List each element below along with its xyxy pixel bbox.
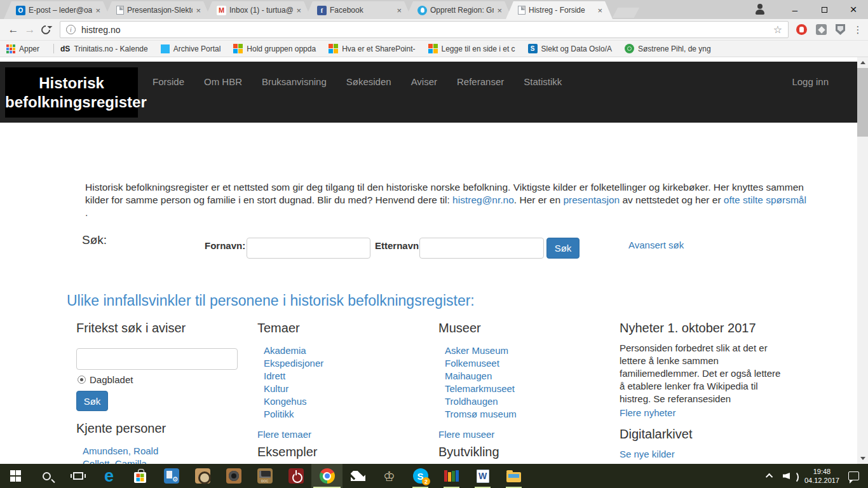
tab-facebook[interactable]: f Facebook × bbox=[305, 1, 412, 19]
bookmark-legge-til[interactable]: Legge til en side i et c bbox=[428, 44, 515, 53]
museum-link[interactable]: Telemarkmuseet bbox=[445, 383, 515, 394]
close-icon[interactable]: × bbox=[497, 6, 502, 15]
nav-link[interactable]: Forside bbox=[153, 76, 184, 87]
start-button[interactable] bbox=[0, 464, 31, 488]
back-button[interactable]: ← bbox=[5, 24, 22, 36]
nav-link[interactable]: Statistikk bbox=[524, 76, 562, 87]
page-info-icon[interactable]: i bbox=[66, 25, 76, 34]
power-app-button[interactable] bbox=[280, 464, 311, 488]
bookmark-sostrene-pihl[interactable]: Søstrene Pihl, de yng bbox=[625, 44, 711, 53]
volume-icon[interactable] bbox=[783, 471, 797, 481]
action-center-icon[interactable] bbox=[848, 471, 859, 480]
more-news-link[interactable]: Flere nyheter bbox=[620, 407, 675, 418]
tab-email[interactable]: O E-post – leder@oa.slekt × bbox=[4, 1, 111, 19]
skype-button[interactable]: S2 bbox=[405, 464, 436, 488]
app-doc-button[interactable] bbox=[249, 464, 280, 488]
word-button[interactable]: W bbox=[467, 464, 498, 488]
apps-shortcut[interactable]: Apper bbox=[6, 44, 39, 53]
scrollbar-thumb[interactable] bbox=[857, 68, 868, 137]
forward-button[interactable]: → bbox=[22, 24, 38, 36]
newspaper-search-input[interactable] bbox=[76, 348, 238, 370]
presentation-link[interactable]: presentasjon bbox=[563, 194, 620, 205]
nav-link[interactable]: Bruksanvisning bbox=[262, 76, 327, 87]
reload-button[interactable] bbox=[39, 24, 52, 36]
chrome-button[interactable] bbox=[311, 464, 342, 488]
bookmark-hold-gruppen[interactable]: Hold gruppen oppda bbox=[233, 44, 316, 53]
email-link[interactable]: histreg@nr.no bbox=[452, 194, 514, 205]
faq-link[interactable]: ofte stilte spørsmål bbox=[724, 194, 806, 205]
mail-button[interactable] bbox=[342, 464, 374, 488]
edge-button[interactable]: e bbox=[93, 464, 125, 488]
theme-link[interactable]: Idrett bbox=[264, 370, 285, 381]
close-icon[interactable]: × bbox=[296, 6, 301, 15]
taskbar-search-button[interactable] bbox=[31, 464, 62, 488]
first-name-input[interactable] bbox=[247, 238, 370, 259]
theme-link[interactable]: Ekspedisjoner bbox=[264, 358, 323, 369]
bookmark-trinitatis[interactable]: dS Trinitatis.no - Kalende bbox=[60, 44, 148, 53]
last-name-input[interactable] bbox=[419, 238, 544, 259]
bookmark-sharepoint-info[interactable]: Hva er et SharePoint- bbox=[329, 44, 415, 53]
store-button[interactable] bbox=[125, 464, 156, 488]
adblock-extension-icon[interactable] bbox=[796, 24, 807, 35]
winrar-button[interactable] bbox=[436, 464, 467, 488]
bookmark-star-icon[interactable]: ☆ bbox=[773, 24, 782, 36]
advanced-search-link[interactable]: Avansert søk bbox=[628, 240, 684, 250]
nav-link[interactable]: Om HBR bbox=[204, 76, 242, 87]
restore-button[interactable] bbox=[810, 0, 839, 19]
gray-extension-icon[interactable] bbox=[816, 24, 827, 35]
tab-drupal[interactable]: Opprett Region: Group × bbox=[405, 1, 512, 19]
file-explorer-button[interactable] bbox=[498, 464, 529, 488]
app-speaker-button[interactable] bbox=[218, 464, 249, 488]
theme-link[interactable]: Kongehus bbox=[264, 396, 307, 407]
site-logo[interactable]: Historisk befolkningsregister bbox=[5, 67, 138, 118]
museum-link[interactable]: Tromsø museum bbox=[445, 409, 517, 419]
museum-link[interactable]: Asker Museum bbox=[445, 345, 508, 356]
museum-link[interactable]: Maihaugen bbox=[445, 370, 492, 381]
scroll-up-arrow[interactable] bbox=[857, 57, 868, 68]
dagbladet-radio-label: Dagbladet bbox=[90, 374, 133, 385]
theme-link[interactable]: Politikk bbox=[264, 409, 294, 419]
person-link[interactable]: Amundsen, Roald bbox=[83, 445, 158, 456]
close-icon[interactable]: × bbox=[597, 6, 602, 15]
close-icon[interactable]: × bbox=[196, 6, 201, 15]
tab-histreg-active[interactable]: Histreg - Forside × bbox=[506, 1, 613, 19]
theme-link[interactable]: Akademia bbox=[264, 345, 306, 356]
nav-link[interactable]: Aviser bbox=[411, 76, 437, 87]
nav-link[interactable]: Søkesiden bbox=[346, 76, 391, 87]
task-view-button[interactable] bbox=[62, 464, 93, 488]
dagbladet-radio[interactable] bbox=[78, 376, 86, 384]
address-bar[interactable]: i histreg.no ☆ bbox=[60, 21, 789, 38]
newspaper-search-button[interactable]: Søk bbox=[76, 391, 108, 411]
theme-link[interactable]: Kultur bbox=[264, 383, 288, 394]
close-icon[interactable]: × bbox=[95, 6, 100, 15]
tray-chevron-icon[interactable] bbox=[766, 473, 773, 480]
tab-gmail[interactable]: M Inbox (1) - turtua@gma × bbox=[205, 1, 311, 19]
minimize-button[interactable]: – bbox=[780, 0, 810, 19]
app-dial-button[interactable] bbox=[187, 464, 218, 488]
close-icon[interactable]: × bbox=[397, 6, 402, 15]
bookmark-archive-portal[interactable]: Archive Portal bbox=[161, 44, 221, 53]
bookmark-slekt-og-data[interactable]: S Slekt og Data Oslo/A bbox=[528, 44, 612, 53]
url-text[interactable]: histreg.no bbox=[81, 25, 120, 35]
browser-menu-icon[interactable]: ⋮ bbox=[853, 24, 863, 36]
profile-icon[interactable] bbox=[754, 3, 766, 16]
museum-link[interactable]: Folkemuseet bbox=[445, 358, 499, 369]
new-sources-link[interactable]: Se nye kilder bbox=[620, 449, 675, 459]
tab-presentation[interactable]: Presentasjon-SlektogDa × bbox=[104, 1, 211, 19]
close-window-button[interactable]: × bbox=[839, 0, 868, 19]
login-link[interactable]: Logg inn bbox=[792, 76, 829, 87]
page-scrollbar[interactable] bbox=[857, 57, 868, 464]
app-gear-button[interactable] bbox=[156, 464, 187, 488]
more-themes-link[interactable]: Flere temaer bbox=[257, 429, 311, 440]
person-link[interactable]: Collett, Camilla bbox=[83, 458, 147, 464]
search-button[interactable]: Søk bbox=[546, 238, 580, 259]
taskbar-clock[interactable]: 19:48 04.12.2017 bbox=[804, 467, 839, 485]
new-tab-button[interactable] bbox=[613, 8, 640, 18]
scroll-down-arrow[interactable] bbox=[857, 453, 868, 464]
more-museums-link[interactable]: Flere museer bbox=[438, 429, 494, 440]
museum-link[interactable]: Troldhaugen bbox=[445, 396, 498, 407]
nav-link[interactable]: Referanser bbox=[457, 76, 504, 87]
shield-extension-icon[interactable] bbox=[836, 24, 845, 35]
crown-app-button[interactable]: ♔ bbox=[374, 464, 405, 488]
bookmarks-bar: Apper dS Trinitatis.no - Kalende Archive… bbox=[0, 41, 868, 57]
